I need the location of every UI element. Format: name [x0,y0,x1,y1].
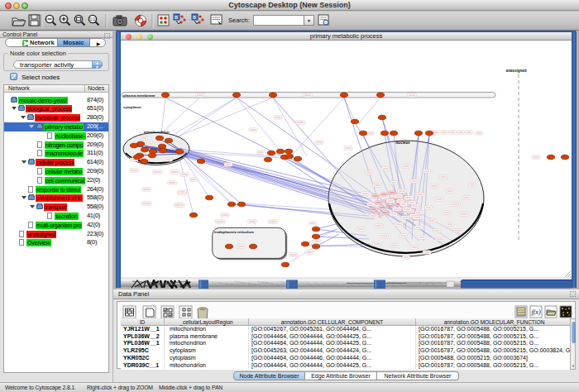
svg-text:mitochondrion: mitochondrion [144,130,170,134]
svg-text:unassigned: unassigned [505,69,526,73]
svg-text:endoplasmic reticulum: endoplasmic reticulum [214,230,254,234]
svg-text:plasma membrane: plasma membrane [123,93,156,98]
svg-text:nucleus: nucleus [395,141,410,145]
svg-text:B: B [193,15,196,20]
svg-text:1:1: 1:1 [90,17,96,22]
svg-text:cytoplasm: cytoplasm [123,105,141,109]
svg-text:B: B [175,15,178,20]
svg-text:f(x): f(x) [531,308,540,316]
